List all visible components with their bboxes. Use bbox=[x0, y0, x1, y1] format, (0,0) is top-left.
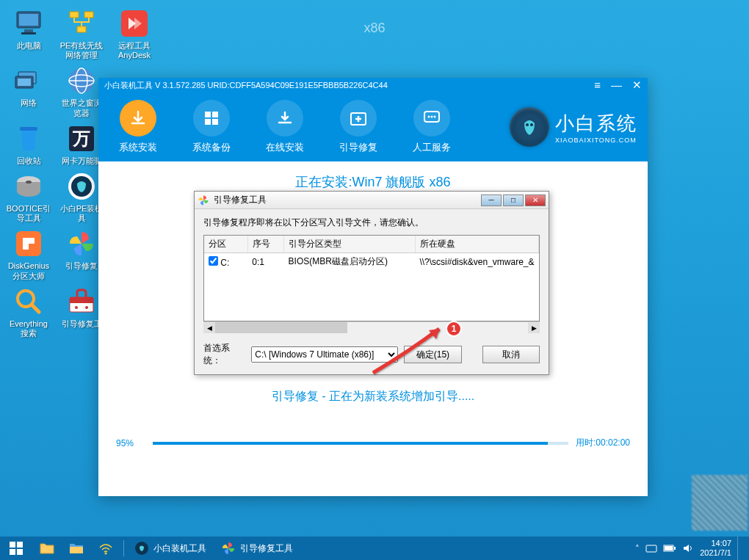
globe-icon bbox=[65, 65, 98, 97]
start-button[interactable] bbox=[0, 537, 32, 560]
desktop-icon-bootice[interactable]: BOOTICE引导工具 bbox=[6, 170, 51, 223]
ok-button[interactable]: 确定(15) bbox=[404, 346, 461, 363]
tab-human-service[interactable]: 人工服务 bbox=[402, 100, 461, 154]
windows-icon bbox=[193, 100, 230, 137]
brand-url: XIAOBAIXITONG.COM bbox=[555, 137, 637, 144]
scroll-right-icon[interactable]: ▶ bbox=[528, 322, 540, 333]
svg-point-36 bbox=[431, 116, 433, 118]
desktop-icon-network[interactable]: 网络 bbox=[6, 65, 51, 117]
svg-rect-46 bbox=[17, 549, 23, 555]
svg-point-37 bbox=[434, 116, 436, 118]
partition-table: 分区 序号 引导分区类型 所在硬盘 C: 0:1 BIOS(MBR磁盘启动分区)… bbox=[203, 235, 540, 321]
svg-point-19 bbox=[26, 181, 32, 183]
desktop-icon-driver[interactable]: 万 网卡万能驱 bbox=[59, 123, 104, 166]
download-icon bbox=[120, 100, 156, 137]
scroll-left-icon[interactable]: ◀ bbox=[203, 322, 215, 333]
dialog-titlebar[interactable]: 引导修复工具 ─ □ ✕ bbox=[195, 192, 549, 209]
desktop-icon-xiaobai-pe[interactable]: 小白PE装机具 bbox=[59, 170, 104, 223]
boot-repair-dialog: 引导修复工具 ─ □ ✕ 引导修复程序即将在以下分区写入引导文件，请您确认。 分… bbox=[194, 191, 549, 375]
desktop-watermark: x86 bbox=[363, 21, 385, 36]
horizontal-scrollbar[interactable]: ◀ ▶ bbox=[203, 321, 540, 333]
folder-open-icon bbox=[69, 541, 84, 556]
driver-icon: 万 bbox=[65, 123, 98, 155]
tray-up-icon[interactable]: ˄ bbox=[635, 544, 640, 553]
taskbar-app-installer[interactable]: 小白装机工具 bbox=[127, 537, 214, 560]
tab-system-backup[interactable]: 系统备份 bbox=[182, 100, 241, 154]
taskbar-network[interactable] bbox=[91, 537, 120, 560]
svg-point-47 bbox=[105, 553, 107, 555]
svg-rect-2 bbox=[24, 29, 33, 32]
close-icon[interactable]: ✕ bbox=[632, 79, 642, 92]
svg-line-24 bbox=[32, 305, 39, 312]
svg-rect-30 bbox=[212, 112, 218, 117]
brand-logo-icon bbox=[510, 107, 549, 147]
dialog-minimize-button[interactable]: ─ bbox=[481, 194, 502, 206]
svg-rect-44 bbox=[17, 542, 23, 548]
svg-rect-5 bbox=[84, 12, 93, 18]
desktop-icon-browser[interactable]: 世界之窗浏览器 bbox=[59, 65, 104, 117]
col-seq[interactable]: 序号 bbox=[247, 236, 283, 253]
dialog-message: 引导修复程序即将在以下分区写入引导文件，请您确认。 bbox=[203, 217, 540, 229]
search-icon bbox=[12, 286, 45, 318]
toolbox-icon bbox=[65, 286, 98, 318]
diskgenius-icon bbox=[12, 228, 45, 260]
cancel-button[interactable]: 取消 bbox=[482, 346, 540, 363]
wifi-icon bbox=[98, 541, 113, 556]
preferred-system-select[interactable]: C:\ [Windows 7 Ultimate (x86)] bbox=[251, 346, 398, 363]
tab-boot-repair[interactable]: 引导修复 bbox=[329, 100, 388, 154]
taskbar-file-explorer-2[interactable] bbox=[62, 537, 91, 560]
desktop-icon-pe-network[interactable]: PE有线无线网络管理 bbox=[59, 7, 104, 60]
taskbar-file-explorer[interactable] bbox=[32, 537, 62, 560]
tray-volume-icon[interactable] bbox=[682, 543, 694, 553]
network-computer-icon bbox=[12, 65, 45, 97]
installing-title: 正在安装:Win7 旗舰版 x86 bbox=[116, 173, 630, 191]
desktop-icon-everything[interactable]: Everything搜索 bbox=[6, 286, 51, 338]
recycle-bin-icon bbox=[12, 123, 45, 155]
installer-titlebar: 小白装机工具 V 3.1.572.285 URID:CDFF5A594C09E1… bbox=[98, 78, 648, 92]
menu-icon[interactable]: ≡ bbox=[594, 79, 601, 92]
svg-point-38 bbox=[526, 123, 529, 126]
disk-icon bbox=[12, 170, 45, 203]
desktop-icon-bootrepair2[interactable]: 引导修复工 bbox=[59, 286, 104, 338]
pinwheel-icon bbox=[198, 194, 209, 206]
tray-keyboard-icon[interactable] bbox=[645, 543, 657, 553]
cloud-download-icon bbox=[267, 100, 303, 137]
dialog-title-text: 引导修复工具 bbox=[214, 194, 267, 206]
row-checkbox[interactable] bbox=[209, 256, 218, 266]
taskbar-app-bootrepair[interactable]: 引导修复工具 bbox=[214, 537, 300, 560]
svg-rect-43 bbox=[10, 542, 15, 548]
pinwheel-icon bbox=[65, 228, 98, 260]
desktop-icon-this-pc[interactable]: 此电脑 bbox=[6, 7, 51, 60]
show-desktop-button[interactable] bbox=[737, 537, 742, 560]
folder-icon bbox=[40, 541, 54, 556]
table-row[interactable]: C: 0:1 BIOS(MBR磁盘启动分区) \\?\scsi#disk&ven… bbox=[204, 253, 539, 271]
col-type[interactable]: 引导分区类型 bbox=[284, 236, 416, 253]
svg-rect-10 bbox=[18, 79, 31, 86]
anydesk-icon bbox=[118, 7, 151, 40]
svg-rect-3 bbox=[21, 32, 36, 34]
elapsed-time: 用时:00:02:00 bbox=[576, 437, 630, 449]
svg-point-28 bbox=[85, 306, 88, 309]
tab-online-install[interactable]: 在线安装 bbox=[256, 100, 314, 154]
preferred-system-label: 首选系统： bbox=[203, 342, 245, 367]
col-partition[interactable]: 分区 bbox=[204, 236, 247, 253]
tab-system-install[interactable]: 系统安装 bbox=[109, 100, 167, 154]
col-disk[interactable]: 所在硬盘 bbox=[415, 236, 538, 253]
svg-rect-53 bbox=[674, 547, 676, 550]
progress-percent: 95% bbox=[116, 438, 145, 448]
dialog-maximize-button[interactable]: □ bbox=[503, 194, 524, 206]
installer-tabs: 系统安装 系统备份 在线安装 引导修复 人工服务 小白系统 bbox=[98, 92, 648, 161]
dialog-close-button[interactable]: ✕ bbox=[525, 194, 546, 206]
scroll-thumb[interactable] bbox=[215, 322, 347, 333]
svg-rect-15 bbox=[20, 127, 37, 131]
desktop-icon-recycle[interactable]: 回收站 bbox=[6, 123, 51, 166]
minimize-icon[interactable]: — bbox=[611, 79, 622, 92]
svg-rect-29 bbox=[205, 112, 211, 117]
tray-battery-icon[interactable] bbox=[663, 544, 676, 553]
desktop-icon-bootrepair[interactable]: 引导修复 bbox=[59, 228, 104, 280]
svg-text:万: 万 bbox=[72, 128, 90, 148]
network-icon bbox=[65, 7, 98, 40]
desktop-icon-diskgenius[interactable]: DiskGenius分区大师 bbox=[6, 228, 51, 280]
taskbar-clock[interactable]: 14:07 2021/7/1 bbox=[700, 539, 731, 558]
desktop-icon-anydesk[interactable]: 远程工具AnyDesk bbox=[112, 7, 157, 60]
